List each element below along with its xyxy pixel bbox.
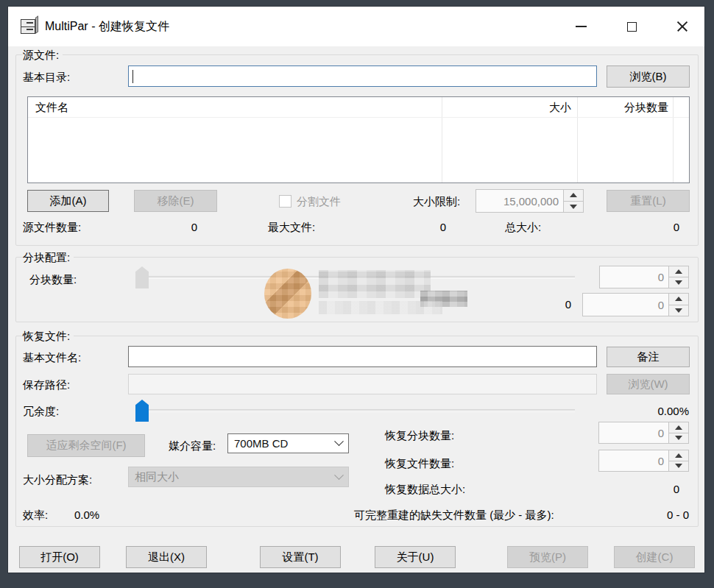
source-files-group-label: 源文件: [23,49,63,61]
size-allocation-label: 大小分配方案: [23,472,92,486]
multipar-create-window: MultiPar - 创建恢复文件 源文件: 基本目录: 浏览(B) 文件名 大… [7,6,705,573]
triangle-down-icon [675,280,682,285]
max-file-value: 0 [376,220,446,234]
block-size-spin-up-button[interactable] [669,294,688,305]
base-directory-label: 基本目录: [23,70,70,84]
size-allocation-dropdown[interactable]: 相同大小 [128,467,349,487]
max-file-label: 最大文件: [268,220,315,234]
source-file-count-label: 源文件数量: [23,220,81,234]
recovery-blocks-label: 恢复分块数量: [385,428,454,442]
redundancy-value: 0.00% [626,404,689,418]
recovery-files-group-label: 恢复文件: [23,330,74,342]
file-list-header: 文件名 大小 分块数量 [28,97,689,118]
column-size[interactable]: 大小 [442,100,571,115]
size-limit-spin-up-button[interactable] [564,190,583,202]
browse-save-button[interactable]: 浏览(W) [607,374,690,394]
size-limit-value: 15,000,000 [476,195,563,208]
watermark [264,266,478,321]
preview-button[interactable]: 预览(P) [507,546,588,568]
save-path-label: 保存路径: [23,378,70,392]
watermark-logo-circle [264,269,311,319]
triangle-down-icon [675,308,682,313]
base-directory-input[interactable] [128,65,597,87]
chevron-down-icon [334,470,344,480]
chevron-down-icon [334,436,344,446]
remove-button[interactable]: 移除(E) [134,190,217,212]
exit-button[interactable]: 退出(X) [126,546,207,568]
size-limit-spin-down-button[interactable] [564,202,583,213]
size-limit-spinner[interactable]: 15,000,000 [476,189,584,213]
split-files-label: 分割文件 [297,194,341,208]
triangle-up-icon [675,297,682,301]
triangle-up-icon [570,193,577,197]
recovery-files-spin-up-button[interactable] [669,450,688,461]
block-size-value: 0 [583,299,668,311]
block-config-group-label: 分块配置: [23,251,74,263]
recovery-blocks-value: 0 [599,427,668,439]
block-count-spin-up-button[interactable] [669,266,688,277]
column-filename[interactable]: 文件名 [35,100,68,115]
minimize-icon [576,26,587,27]
app-icon [20,18,39,35]
comment-button[interactable]: 备注 [607,347,690,367]
recovery-files-value: 0 [599,455,668,467]
triangle-down-icon [675,464,682,468]
block-count-value: 0 [600,271,668,283]
recovery-blocks-spin-up-button[interactable] [669,422,688,433]
watermark-text-blur [319,270,431,298]
triangle-down-icon [675,436,682,440]
media-size-value: 700MB CD [234,437,336,450]
window-title: MultiPar - 创建恢复文件 [45,19,169,35]
redundancy-slider-track[interactable] [135,409,575,412]
block-count-spin-down-button[interactable] [669,277,688,288]
rebuildable-value: 0 - 0 [626,508,689,522]
maximize-icon [627,22,637,32]
triangle-up-icon [675,269,682,274]
block-count-label: 分块数量: [29,272,77,286]
recovery-files-spinner[interactable]: 0 [598,450,689,472]
maximize-button[interactable] [615,11,648,42]
efficiency-label: 效率: [23,508,48,522]
settings-button[interactable]: 设置(T) [260,546,341,568]
reset-button[interactable]: 重置(L) [607,190,690,212]
block-size-spin-down-button[interactable] [669,305,688,316]
create-button[interactable]: 创建(C) [614,546,695,568]
minimize-button[interactable] [565,11,597,42]
recovery-blocks-spinner[interactable]: 0 [598,422,689,444]
recovery-files-spin-down-button[interactable] [669,461,688,472]
column-block-count[interactable]: 分块数量 [577,100,668,115]
media-size-label: 媒介容量: [169,439,216,453]
triangle-up-icon [675,425,682,430]
base-filename-input[interactable] [128,346,597,367]
about-button[interactable]: 关于(U) [375,546,456,568]
recovery-blocks-spin-down-button[interactable] [669,433,688,444]
text-caret [132,70,133,83]
total-size-label: 总大小: [505,220,541,234]
browse-source-button[interactable]: 浏览(B) [607,65,690,88]
redundancy-label: 冗余度: [23,404,59,418]
source-file-list[interactable]: 文件名 大小 分块数量 [27,96,690,183]
block-size-spinner[interactable]: 0 [582,293,689,316]
total-size-value: 0 [612,220,679,234]
triangle-down-icon [570,205,577,209]
block-count-spinner[interactable]: 0 [599,266,689,288]
add-button[interactable]: 添加(A) [27,190,109,212]
close-button[interactable] [666,11,699,42]
recovery-total-label: 恢复数据总大小: [385,482,465,496]
source-file-count-value: 0 [141,220,197,234]
fit-remaining-space-button[interactable]: 适应剩余空间(F) [27,434,145,457]
base-filename-label: 基本文件名: [23,350,81,364]
media-size-dropdown[interactable]: 700MB CD [227,433,349,453]
split-files-checkbox[interactable] [279,195,291,208]
close-icon [676,21,688,32]
rebuildable-label: 可完整重建的缺失文件数量 (最少 - 最多): [354,508,554,522]
size-allocation-value: 相同大小 [135,470,336,484]
size-limit-label: 大小限制: [413,194,460,208]
recovery-total-value: 0 [612,482,679,496]
efficiency-value: 0.0% [74,508,99,522]
titlebar: MultiPar - 创建恢复文件 [8,7,704,46]
open-button[interactable]: 打开(O) [19,546,100,568]
triangle-up-icon [675,453,682,458]
save-path-input[interactable] [128,374,597,394]
watermark-subtext-blur [319,301,442,314]
